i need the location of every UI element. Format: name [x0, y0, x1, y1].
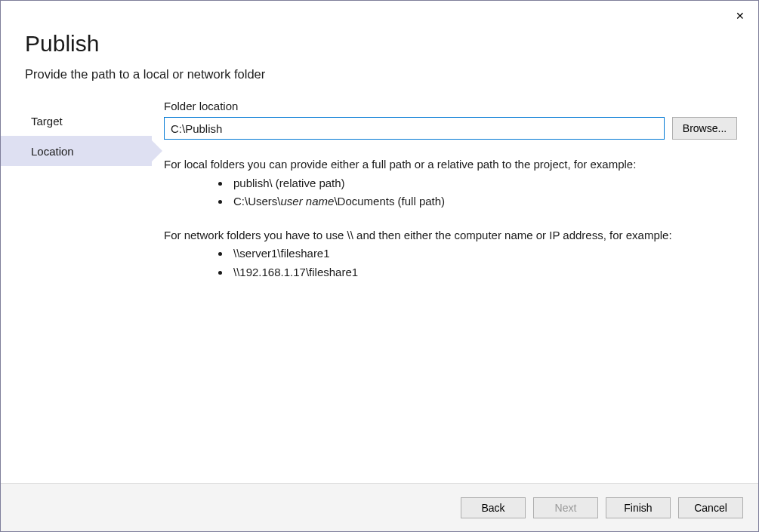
sidebar-item-location[interactable]: Location: [1, 136, 152, 166]
help-net-item: \\192.168.1.17\fileshare1: [230, 264, 737, 281]
sidebar-item-target[interactable]: Target: [1, 106, 152, 136]
help-text: For local folders you can provide either…: [164, 156, 737, 281]
folder-location-label: Folder location: [164, 100, 737, 112]
cancel-button[interactable]: Cancel: [678, 497, 743, 518]
finish-button[interactable]: Finish: [606, 497, 671, 518]
sidebar-item-label: Location: [31, 145, 74, 158]
close-button[interactable]: ✕: [730, 5, 751, 26]
wizard-main: Folder location Browse... For local fold…: [152, 95, 758, 483]
dialog-subtitle: Provide the path to a local or network f…: [25, 67, 734, 81]
wizard-sidebar: Target Location: [1, 95, 152, 483]
browse-button[interactable]: Browse...: [672, 117, 737, 140]
dialog-header: Publish Provide the path to a local or n…: [1, 1, 758, 95]
back-button[interactable]: Back: [461, 497, 526, 518]
close-icon: ✕: [736, 10, 745, 22]
help-net-intro: For network folders you have to use \\ a…: [164, 227, 737, 244]
help-local-item: C:\Users\user name\Documents (full path): [230, 193, 737, 211]
sidebar-item-label: Target: [31, 115, 63, 128]
help-local-intro: For local folders you can provide either…: [164, 156, 737, 174]
publish-dialog: ✕ Publish Provide the path to a local or…: [0, 0, 759, 532]
help-net-item: \\server1\fileshare1: [230, 245, 737, 263]
help-local-item: publish\ (relative path): [230, 175, 737, 192]
help-net-list: \\server1\fileshare1 \\192.168.1.17\file…: [164, 245, 737, 281]
folder-location-input[interactable]: [164, 117, 665, 140]
dialog-body: Target Location Folder location Browse..…: [1, 95, 758, 483]
next-button: Next: [533, 497, 598, 518]
dialog-footer: Back Next Finish Cancel: [1, 483, 758, 531]
folder-location-row: Browse...: [164, 117, 737, 140]
help-local-list: publish\ (relative path) C:\Users\user n…: [164, 175, 737, 211]
dialog-title: Publish: [25, 31, 734, 57]
